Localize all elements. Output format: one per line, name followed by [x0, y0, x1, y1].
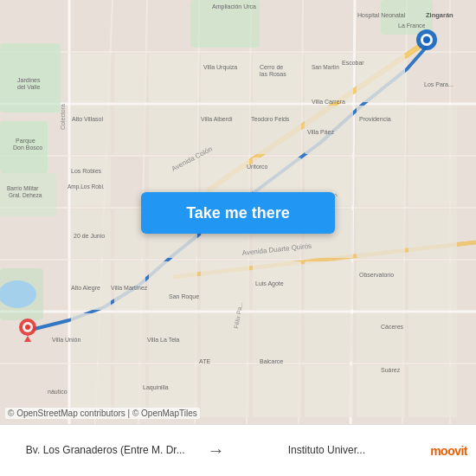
svg-rect-62 [305, 261, 353, 310]
svg-text:Cerro de: Cerro de [260, 64, 283, 70]
svg-rect-66 [114, 313, 145, 362]
svg-text:San Roque: San Roque [169, 293, 199, 300]
svg-rect-40 [357, 106, 405, 154]
svg-rect-68 [201, 313, 249, 362]
svg-text:las Rosas: las Rosas [260, 71, 286, 77]
svg-text:Jardines: Jardines [17, 77, 41, 83]
svg-text:ATE: ATE [199, 358, 210, 364]
svg-rect-59 [149, 261, 197, 310]
svg-rect-77 [253, 365, 301, 417]
svg-text:Uritorco: Uritorco [247, 164, 268, 170]
svg-text:Los Robles: Los Robles [71, 168, 102, 174]
svg-text:Villa Páez: Villa Páez [307, 129, 335, 135]
route-to-label: Instituto Univer... [230, 444, 424, 458]
svg-point-128 [25, 325, 30, 330]
route-from-label: Bv. Los Granaderos (Entre M. Dr... [9, 444, 203, 458]
svg-rect-30 [201, 54, 249, 102]
svg-text:Villa Unión: Villa Unión [52, 337, 80, 343]
svg-rect-72 [408, 313, 457, 362]
svg-text:Villa Alberdi: Villa Alberdi [201, 116, 233, 122]
svg-text:Parque: Parque [16, 138, 35, 145]
svg-text:Providencia: Providencia [359, 116, 391, 122]
svg-text:Hospital Neonatal: Hospital Neonatal [357, 12, 406, 19]
svg-rect-48 [408, 158, 457, 206]
svg-text:Colectora: Colectora [60, 104, 66, 130]
svg-rect-36 [149, 106, 197, 154]
svg-text:La France: La France [398, 23, 426, 29]
svg-rect-64 [408, 261, 457, 310]
svg-text:Cáceres: Cáceres [381, 324, 404, 330]
svg-rect-31 [253, 54, 301, 102]
svg-text:Escobar: Escobar [342, 60, 364, 66]
svg-rect-41 [408, 106, 457, 154]
map-container: Jardines del Valle Parque Don Bosco Alto… [0, 0, 476, 424]
svg-text:Zingarán: Zingarán [426, 11, 453, 19]
svg-text:Luis Agote: Luis Agote [255, 280, 284, 287]
svg-rect-38 [253, 106, 301, 154]
svg-rect-63 [357, 261, 405, 310]
svg-text:Alto Alegre: Alto Alegre [71, 285, 100, 292]
svg-rect-28 [114, 54, 145, 102]
bottom-bar: Bv. Los Granaderos (Entre M. Dr... → Ins… [0, 424, 476, 476]
svg-rect-80 [408, 365, 457, 417]
svg-rect-79 [357, 365, 405, 417]
svg-text:del Valle: del Valle [17, 84, 40, 90]
svg-point-26 [0, 280, 36, 308]
svg-text:Villa Urquiza: Villa Urquiza [203, 64, 237, 71]
svg-rect-69 [253, 313, 301, 362]
svg-text:Suárez: Suárez [381, 367, 401, 373]
svg-text:Barrio Militar: Barrio Militar [7, 185, 39, 191]
svg-text:Los Para...: Los Para... [424, 81, 453, 87]
svg-rect-56 [408, 209, 457, 258]
svg-point-132 [423, 36, 430, 43]
svg-rect-78 [305, 365, 353, 417]
svg-rect-27 [71, 54, 111, 102]
svg-rect-71 [357, 313, 405, 362]
svg-rect-55 [357, 209, 405, 258]
svg-rect-34 [71, 106, 111, 154]
svg-text:San Martín: San Martín [312, 64, 339, 70]
svg-text:Laquinilla: Laquinilla [143, 384, 169, 391]
svg-text:Don Bosco: Don Bosco [13, 145, 42, 151]
svg-text:náutico: náutico [48, 389, 68, 395]
map-copyright: © OpenStreetMap contributors | © OpenMap… [5, 408, 200, 419]
moovit-text: moovit [430, 444, 467, 458]
svg-text:Balcarce: Balcarce [260, 358, 283, 364]
svg-text:Villa Carrera: Villa Carrera [312, 99, 345, 105]
svg-text:Villa Martínez: Villa Martínez [111, 285, 148, 291]
svg-text:20 de Junio: 20 de Junio [74, 233, 105, 239]
svg-rect-47 [357, 158, 405, 206]
svg-text:Alto Villasol: Alto Villasol [72, 116, 104, 122]
svg-rect-42 [71, 158, 111, 206]
svg-rect-35 [114, 106, 145, 154]
svg-text:Observatorio: Observatorio [359, 272, 394, 278]
svg-text:Teodoro Felds: Teodoro Felds [251, 116, 290, 122]
svg-rect-76 [201, 365, 249, 417]
take-me-there-button[interactable]: Take me there [141, 192, 335, 234]
svg-text:Ampliación Urca: Ampliación Urca [212, 3, 256, 10]
svg-rect-70 [305, 313, 353, 362]
moovit-logo: moovit [430, 444, 467, 458]
svg-text:Gral. Deheza: Gral. Deheza [9, 192, 42, 198]
svg-text:Amp.Los Robl.: Amp.Los Robl. [68, 183, 105, 190]
svg-rect-29 [149, 54, 197, 102]
svg-text:Villa La Tela: Villa La Tela [147, 337, 180, 343]
arrow-icon: → [203, 441, 230, 460]
